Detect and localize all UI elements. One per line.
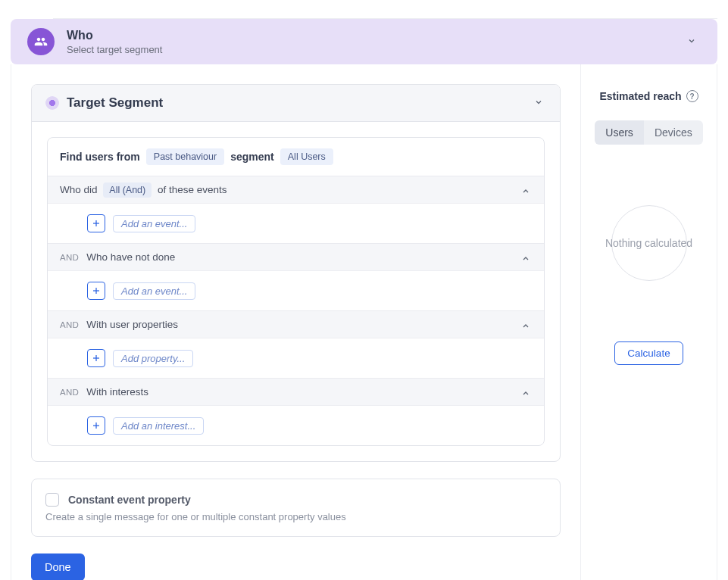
reach-empty-circle: Nothing calculated [611,205,687,281]
estimated-reach-label: Estimated reach ? [599,90,698,102]
condition-not-done-body: Add an event... [48,270,544,310]
constant-event-checkbox[interactable] [45,493,59,507]
add-event-plus-button[interactable] [87,214,105,232]
behaviour-chip[interactable]: Past behaviour [146,148,224,165]
right-column: Estimated reach ? Users Devices Nothing … [580,64,717,580]
nothing-calculated-text: Nothing calculated [605,237,692,249]
constant-event-subtitle: Create a single message for one or multi… [45,511,546,522]
who-section-header[interactable]: Who Select target segment [11,19,717,64]
who-title: Who [67,28,162,42]
chevron-up-icon[interactable] [521,251,530,263]
condition-who-did-header[interactable]: Who did All (And) of these events [48,176,544,203]
chevron-up-icon[interactable] [521,386,530,398]
help-icon[interactable]: ? [686,90,698,102]
add-event-chip[interactable]: Add an event... [113,215,195,232]
done-button[interactable]: Done [31,553,85,580]
add-interest-chip[interactable]: Add an interest... [113,417,204,435]
left-column: Target Segment Find users from Past beha… [11,64,580,580]
tab-devices[interactable]: Devices [644,120,703,145]
find-users-middle: segment [230,151,274,163]
add-event-chip[interactable]: Add an event... [113,282,195,300]
condition-text: With user properties [86,319,178,330]
add-property-plus-button[interactable] [87,349,105,367]
segment-chip[interactable]: All Users [280,148,333,165]
chevron-down-icon[interactable] [687,36,696,48]
condition-text-after: of these events [158,184,227,195]
condition-text: With interests [86,386,148,398]
condition-text: Who have not done [86,251,175,263]
and-label: AND [60,320,79,329]
condition-user-props-body: Add property... [48,338,544,378]
add-interest-plus-button[interactable] [87,416,105,435]
chevron-up-icon[interactable] [521,319,530,330]
condition-user-props-header[interactable]: AND With user properties [48,310,544,338]
condition-interests-body: Add an interest... [48,405,544,445]
and-label: AND [60,388,79,397]
who-subtitle: Select target segment [67,44,162,55]
find-users-row: Find users from Past behaviour segment A… [48,138,544,176]
chevron-up-icon[interactable] [521,184,530,195]
find-users-prefix: Find users from [60,151,140,163]
add-event-plus-button[interactable] [87,282,105,300]
target-segment-header[interactable]: Target Segment [32,85,560,122]
segment-builder: Find users from Past behaviour segment A… [47,137,545,446]
condition-not-done-header[interactable]: AND Who have not done [48,243,544,270]
condition-text-before: Who did [60,184,98,195]
constant-event-card: Constant event property Create a single … [31,479,561,537]
constant-event-title: Constant event property [68,494,191,506]
chevron-down-icon[interactable] [534,97,543,109]
target-segment-title: Target Segment [67,95,163,111]
condition-who-did-body: Add an event... [48,203,544,243]
condition-interests-header[interactable]: AND With interests [48,378,544,405]
pulse-icon [45,96,59,110]
and-label: AND [60,253,79,262]
tab-users[interactable]: Users [595,120,644,145]
condition-operator-chip[interactable]: All (And) [103,182,152,198]
reach-toggle: Users Devices [595,120,702,145]
who-people-icon [27,28,55,55]
calculate-button[interactable]: Calculate [614,341,683,365]
add-property-chip[interactable]: Add property... [113,350,193,367]
target-segment-card: Target Segment Find users from Past beha… [31,84,561,462]
